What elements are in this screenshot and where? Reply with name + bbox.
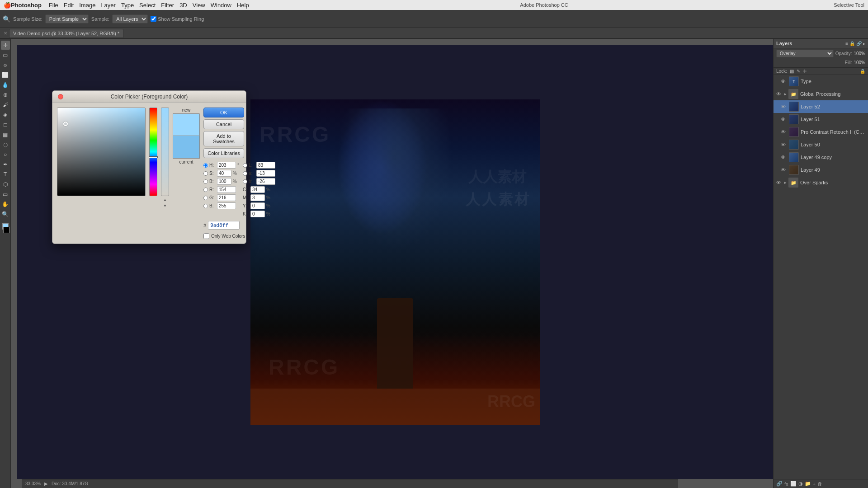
lasso-tool[interactable]: ⌾ — [1, 61, 10, 70]
h-radio[interactable] — [203, 163, 208, 168]
current-swatch[interactable] — [173, 136, 200, 159]
background-color[interactable] — [3, 227, 9, 233]
tab-item[interactable]: Video Demo.psd @ 33.33% (Layer 52, RGB/8… — [9, 29, 123, 38]
menu-help[interactable]: Help — [237, 2, 249, 9]
menu-select[interactable]: Select — [139, 2, 156, 9]
m-input[interactable] — [250, 194, 265, 201]
color-picker-circle[interactable] — [63, 122, 68, 126]
path-tool[interactable]: ⬡ — [1, 180, 10, 189]
menu-filter[interactable]: Filter — [161, 2, 174, 9]
cancel-button[interactable]: Cancel — [203, 119, 244, 129]
show-sampling-ring-checkbox[interactable] — [151, 16, 156, 22]
layer-group-global[interactable]: 👁 ▸ 📁 Global Processing — [774, 88, 868, 100]
blend-mode-select[interactable]: Overlay — [776, 50, 834, 57]
layer-row-49[interactable]: 👁 Layer 49 — [774, 164, 868, 176]
type-tool[interactable]: T — [1, 170, 10, 179]
new-swatch[interactable] — [173, 113, 200, 136]
layer-row-49copy[interactable]: 👁 Layer 49 copy — [774, 151, 868, 164]
layer-delete-icon[interactable]: 🗑 — [817, 481, 822, 487]
layer-visibility-sparks[interactable]: 👁 — [776, 180, 783, 185]
move-tool[interactable]: ✛ — [1, 41, 10, 50]
eraser-tool[interactable]: ◻ — [1, 120, 10, 129]
hue-slider[interactable] — [149, 108, 157, 196]
c-input[interactable] — [250, 186, 265, 193]
menu-3d[interactable]: 3D — [179, 2, 187, 9]
layer-folder-icon[interactable]: 📁 — [805, 481, 811, 487]
layer-visibility-49[interactable]: 👁 — [781, 167, 787, 173]
b3-radio[interactable] — [243, 179, 247, 184]
layer-visibility-type[interactable]: 👁 — [781, 79, 787, 84]
lock-image-icon[interactable]: ✎ — [797, 69, 800, 74]
menu-image[interactable]: Image — [79, 2, 95, 9]
layer-visibility-51[interactable]: 👁 — [781, 117, 787, 122]
b3-input[interactable] — [256, 178, 275, 185]
group-chevron-sparks[interactable]: ▸ — [784, 180, 787, 185]
only-web-colors-checkbox[interactable] — [203, 233, 209, 239]
layer-row-procontrast[interactable]: 👁 Pro Contrast Retouch II (CEP 4) — [774, 126, 868, 138]
group-chevron-global[interactable]: ▸ — [784, 92, 787, 96]
b-radio[interactable] — [203, 179, 208, 184]
panel-lock-icon[interactable]: 🔒 — [849, 41, 855, 46]
g-radio[interactable] — [203, 196, 208, 200]
panel-expand-icon[interactable]: ▸ — [863, 41, 865, 46]
lock-position-icon[interactable]: ✛ — [803, 69, 807, 74]
b2-input[interactable] — [217, 202, 236, 209]
l-input[interactable] — [256, 162, 275, 169]
layer-group-sparks[interactable]: 👁 ▸ 📁 Over Sparks — [774, 176, 868, 189]
layer-fx-icon[interactable]: fx — [784, 481, 788, 487]
menu-edit[interactable]: Edit — [64, 2, 74, 9]
r-input[interactable] — [217, 186, 236, 193]
blur-tool[interactable]: ◌ — [1, 140, 10, 149]
ok-button[interactable]: OK — [203, 108, 244, 117]
menu-file[interactable]: File — [49, 2, 58, 9]
shape-tool[interactable]: ▭ — [1, 190, 10, 199]
layer-row-52[interactable]: 👁 Layer 52 — [774, 100, 868, 113]
zoom-tool[interactable]: 🔍 — [1, 210, 10, 219]
dodge-tool[interactable]: ○ — [1, 150, 10, 159]
brush-tool[interactable]: 🖌 — [1, 100, 10, 109]
layer-row-50[interactable]: 👁 Layer 50 — [774, 138, 868, 151]
menu-layer[interactable]: Layer — [101, 2, 116, 9]
color-libraries-button[interactable]: Color Libraries — [203, 148, 244, 158]
layer-mask-icon[interactable]: ⬜ — [790, 481, 797, 487]
hex-input[interactable] — [208, 221, 240, 230]
layer-visibility-52[interactable]: 👁 — [781, 104, 787, 109]
color-gradient-area[interactable] — [57, 108, 146, 196]
b-input[interactable] — [217, 178, 231, 185]
lock-transparent-icon[interactable]: ▩ — [790, 69, 794, 74]
a-input[interactable] — [256, 170, 275, 177]
spot-heal-tool[interactable]: ⊕ — [1, 90, 10, 99]
tab-close-icon[interactable]: ✕ — [4, 31, 7, 36]
alpha-icon-down[interactable]: ▼ — [163, 204, 167, 208]
layer-row-51[interactable]: 👁 Layer 51 — [774, 113, 868, 126]
pen-tool[interactable]: ✒ — [1, 160, 10, 169]
menu-view[interactable]: View — [193, 2, 205, 9]
stamp-tool[interactable]: ◈ — [1, 110, 10, 119]
l-radio[interactable] — [243, 163, 247, 168]
s-input[interactable] — [217, 170, 231, 177]
y-input[interactable] — [250, 202, 265, 209]
h-input[interactable] — [217, 162, 236, 169]
show-sampling-ring-label[interactable]: Show Sampling Ring — [151, 16, 204, 22]
layer-visibility-50[interactable]: 👁 — [781, 142, 787, 147]
layer-row-type[interactable]: 👁 T Type — [774, 75, 868, 88]
crop-tool[interactable]: ⬜ — [1, 70, 10, 80]
eyedropper-tool[interactable]: 💧 — [1, 80, 10, 89]
alpha-icon-up[interactable]: ▲ — [163, 198, 167, 202]
r-radio[interactable] — [203, 188, 208, 192]
sample-size-select[interactable]: Point Sample — [45, 14, 89, 23]
layer-visibility-global[interactable]: 👁 — [776, 91, 783, 97]
g-input[interactable] — [217, 194, 236, 201]
panel-menu-icon[interactable]: ≡ — [845, 41, 848, 46]
a-radio[interactable] — [243, 171, 247, 176]
select-tool[interactable]: ▭ — [1, 51, 10, 60]
layer-visibility-procontrast[interactable]: 👁 — [781, 129, 787, 135]
layer-new-icon[interactable]: + — [813, 481, 816, 487]
alpha-slider[interactable] — [161, 108, 169, 196]
add-to-swatches-button[interactable]: Add to Swatches — [203, 131, 244, 146]
lock-all-icon[interactable]: 🔒 — [860, 69, 865, 74]
gradient-tool[interactable]: ▦ — [1, 130, 10, 139]
menu-window[interactable]: Window — [211, 2, 231, 9]
layer-link-icon[interactable]: 🔗 — [776, 481, 783, 487]
layer-adjustment-icon[interactable]: ◑ — [798, 481, 803, 487]
